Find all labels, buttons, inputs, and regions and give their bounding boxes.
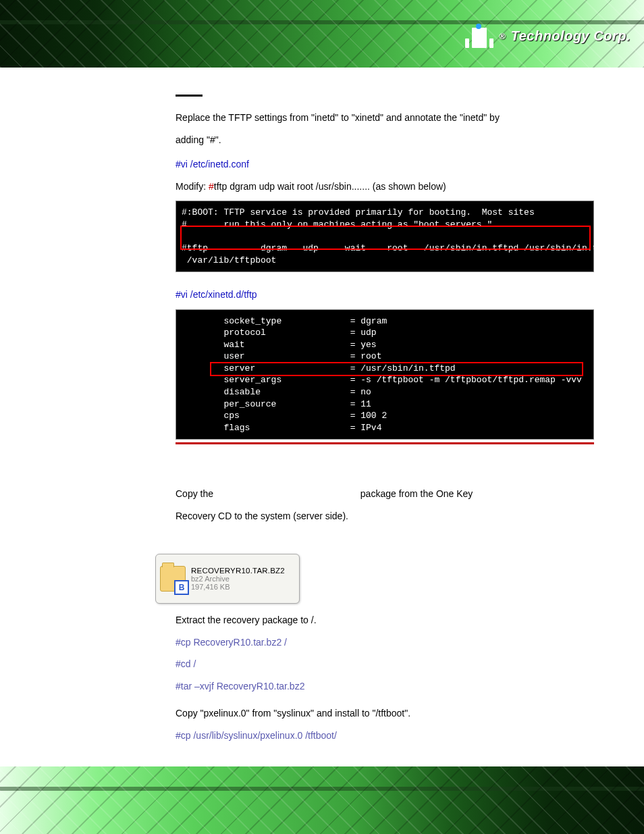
footer-banner-texture [0,766,644,834]
terminal-inetd: #:BOOT: TFTP service is provided primari… [176,201,594,272]
brand-logo: ® Technology Corp. [465,24,630,48]
brand-text: Technology Corp. [511,28,630,44]
command-cp-recovery: #cp RecoveryR10.tar.bz2 / [176,633,594,652]
step-intro-line2: adding "#". [176,131,594,149]
modify-hash: # [209,181,214,192]
brand-logo-mark [465,24,493,48]
command-tar-extract: #tar –xvjf RecoveryR10.tar.bz2 [176,677,594,696]
terminal-bottom-rule [176,442,594,444]
copy-part2: package from the One Key [360,488,473,499]
modify-rest: tftp dgram udp wait root /usr/sbin......… [214,181,446,192]
section-divider [176,95,203,97]
file-type: bz2 Archive [191,575,285,583]
content-section-2: Extract the recovery package to /. #cp R… [176,611,594,749]
command-vi-xinetd: #vi /etc/xinetd.d/tftp [176,286,594,304]
step-intro-line1: Replace the TFTP settings from "inetd" t… [176,109,594,127]
footer-banner [0,766,644,834]
terminal-inetd-content: #:BOOT: TFTP service is provided primari… [176,201,593,271]
header-banner: ® Technology Corp. [0,0,644,68]
content-section-1: Replace the TFTP settings from "inetd" t… [176,95,594,529]
command-cp-pxelinux: #cp /usr/lib/syslinux/pxelinux.0 /tftboo… [176,727,594,745]
copy-package-line1: Copy the package from the One Key [176,485,594,503]
file-name: RECOVERYR10.TAR.BZ2 [191,567,285,575]
copy-part1: Copy the [176,488,216,499]
archive-folder-icon: B [160,566,186,592]
registered-symbol: ® [499,31,506,41]
file-metadata: RECOVERYR10.TAR.BZ2 bz2 Archive 197,416 … [191,567,285,591]
terminal-xinetd: socket_type = dgram protocol = udp wait … [176,309,594,440]
archive-badge-icon: B [174,580,189,595]
file-size: 197,416 KB [191,583,285,591]
command-vi-inetd: #vi /etc/inetd.conf [176,155,594,174]
modify-prefix: Modify: [176,181,209,192]
copy-pxelinux-intro: Copy "pxelinux.0" from "syslinux" and in… [176,704,594,723]
copy-package-line2: Recovery CD to the system (server side). [176,507,594,525]
recovery-file-card: B RECOVERYR10.TAR.BZ2 bz2 Archive 197,41… [155,554,300,604]
extract-intro: Extract the recovery package to /. [176,611,594,629]
command-cd-root: #cd / [176,655,594,673]
terminal-xinetd-content: socket_type = dgram protocol = udp wait … [176,310,593,439]
modify-line: Modify: #tftp dgram udp wait root /usr/s… [176,178,594,196]
